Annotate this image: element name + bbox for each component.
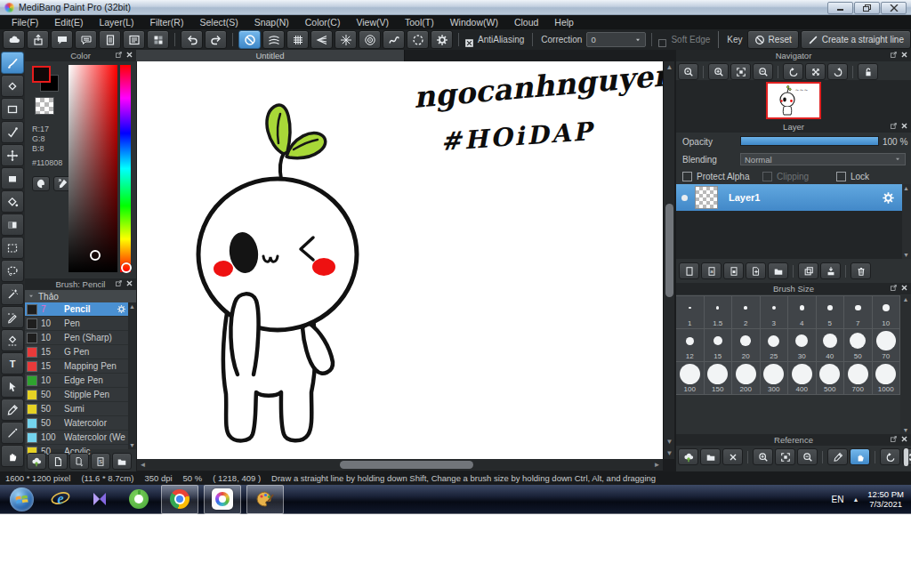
start-button[interactable] — [4, 486, 39, 513]
tray-expand-icon[interactable]: ▲ — [852, 496, 859, 503]
menu-viewv[interactable]: View(V) — [348, 17, 397, 28]
text-tool-button[interactable]: T — [1, 352, 24, 375]
vertical-scroll-thumb[interactable] — [665, 204, 673, 297]
soft-edge-label[interactable]: Soft Edge — [671, 35, 710, 44]
brush-list-scrollbar[interactable]: ▲ ▼ — [128, 302, 136, 449]
menu-layerl[interactable]: Layer(L) — [91, 17, 141, 28]
gear-icon[interactable] — [117, 304, 126, 314]
menu-filef[interactable]: File(F) — [4, 17, 46, 28]
close-icon[interactable] — [900, 284, 908, 292]
reference-scrollbar[interactable] — [904, 448, 908, 466]
taskbar-app-ie[interactable]: e — [43, 486, 78, 513]
menu-filterr[interactable]: Filter(R) — [142, 17, 192, 28]
sv-cursor[interactable] — [90, 250, 101, 261]
brush-item-sumi[interactable]: 50Sumi — [25, 402, 128, 416]
x-button[interactable] — [722, 448, 743, 465]
canvas-horizontal-scrollbar[interactable]: ◄ ► — [137, 459, 663, 471]
zoom-out-button[interactable] — [797, 448, 818, 465]
select-eraser-button[interactable] — [1, 329, 24, 351]
grid-palette-button[interactable] — [147, 30, 169, 49]
scroll-up-icon[interactable]: ▲ — [128, 302, 136, 310]
snap-concentric-button[interactable] — [359, 30, 381, 49]
folder-button[interactable] — [112, 453, 132, 470]
canvas-vertical-scrollbar[interactable]: ▲ ▼ ▼ — [663, 61, 674, 459]
rotate-ccw-button[interactable] — [880, 448, 900, 465]
scroll-down-icon[interactable]: ▼ — [664, 436, 675, 447]
lock-button[interactable] — [858, 63, 878, 80]
menu-colorc[interactable]: Color(C) — [297, 17, 349, 28]
scroll-left-icon[interactable]: ◄ — [137, 459, 149, 471]
layer-list-scrollbar[interactable]: ▲ ▼ — [902, 184, 911, 259]
brush-size-3[interactable]: 3 — [761, 296, 789, 329]
brush-item-mapping-pen[interactable]: 15Mapping Pen — [25, 359, 128, 374]
navigator-thumbnail[interactable]: ~~~ — [766, 82, 821, 119]
scroll-down-icon[interactable]: ▼ — [902, 251, 910, 259]
eyedropper-button[interactable] — [1, 399, 24, 421]
fill-rect-button[interactable] — [1, 167, 24, 189]
layer-row[interactable]: Layer1 — [676, 184, 902, 211]
move-button[interactable] — [1, 144, 24, 166]
snap-vanish-button[interactable] — [310, 30, 333, 49]
popout-icon[interactable] — [115, 51, 123, 59]
brush-size-5[interactable]: 5 — [817, 296, 845, 329]
layer-p-button[interactable] — [723, 262, 744, 279]
lasso-button[interactable] — [1, 260, 24, 282]
soft-edge-checkbox-icon[interactable] — [657, 36, 666, 44]
duplicate-button[interactable] — [798, 262, 818, 279]
brush-size-12[interactable]: 12 — [676, 329, 705, 362]
taskbar-clock[interactable]: 12:50 PM 7/3/2021 — [867, 489, 904, 509]
brush-size-100[interactable]: 100 — [676, 362, 705, 395]
brush-size-1.5[interactable]: 1.5 — [705, 296, 733, 329]
brush-button[interactable] — [1, 52, 24, 74]
close-icon[interactable] — [900, 122, 908, 130]
brush-item-pencil[interactable]: 7Pencil — [25, 302, 128, 317]
brush-size-40[interactable]: 40 — [817, 329, 845, 362]
brush-item-watercolor-we[interactable]: 100Watercolor (We — [25, 431, 128, 445]
brush-size-400[interactable]: 400 — [788, 362, 817, 395]
popout-icon[interactable] — [890, 284, 898, 292]
select-move-button[interactable] — [1, 375, 24, 398]
taskbar-app-medibang[interactable] — [204, 485, 241, 514]
menu-toolt[interactable]: Tool(T) — [397, 17, 442, 28]
popout-icon[interactable] — [890, 435, 898, 443]
zoom-out-button[interactable] — [753, 63, 773, 80]
layer-visibility-icon[interactable] — [681, 195, 688, 201]
brush-item-edge-pen[interactable]: 10Edge Pen — [25, 374, 128, 388]
brush-size-1000[interactable]: 1000 — [873, 362, 901, 395]
select-pen-button[interactable] — [1, 306, 24, 328]
magic-wand-button[interactable] — [1, 283, 24, 305]
layer-new-button[interactable] — [679, 262, 699, 279]
taskbar-app-paint[interactable] — [246, 485, 284, 514]
brush-size-300[interactable]: 300 — [761, 362, 789, 395]
menu-help[interactable]: Help — [546, 17, 582, 28]
brush-item-pen-sharp[interactable]: 10Pen (Sharp) — [25, 331, 128, 345]
correction-select[interactable]: 0 — [586, 32, 646, 47]
close-icon[interactable] — [125, 279, 133, 287]
snap-parallel-button[interactable] — [262, 30, 285, 49]
brush-size-2[interactable]: 2 — [732, 296, 761, 329]
menu-selects[interactable]: Select(S) — [191, 17, 246, 28]
close-button[interactable] — [881, 2, 907, 14]
brush-size-70[interactable]: 70 — [873, 329, 901, 362]
palette-button[interactable] — [32, 176, 50, 191]
snap-ellipse-button[interactable] — [407, 30, 429, 49]
brush-item-g-pen[interactable]: 15G Pen — [25, 345, 128, 359]
bucket-button[interactable] — [1, 190, 24, 213]
hue-slider[interactable] — [120, 65, 131, 272]
snap-grid-button[interactable] — [286, 30, 309, 49]
brush-size-scrollbar[interactable]: ▲ ▼ — [900, 295, 911, 434]
pen-button[interactable] — [1, 422, 24, 444]
menu-cloud[interactable]: Cloud — [506, 17, 546, 28]
brush-size-200[interactable]: 200 — [732, 362, 761, 395]
brush-size-7[interactable]: 7 — [844, 296, 873, 329]
taskbar-app-chrome[interactable] — [161, 485, 198, 514]
layer-add-button[interactable] — [746, 262, 766, 279]
zoom-in-button[interactable] — [753, 448, 773, 465]
snap-radial-button[interactable] — [335, 30, 357, 49]
taskbar-app-kmplayer[interactable] — [82, 486, 117, 513]
redo-button[interactable] — [205, 30, 227, 49]
transparent-color-swatch[interactable] — [35, 97, 54, 115]
rotate-cw-button[interactable] — [827, 63, 848, 80]
scroll-down-icon[interactable]: ▼ — [664, 447, 675, 459]
brush-size-500[interactable]: 500 — [817, 362, 845, 395]
